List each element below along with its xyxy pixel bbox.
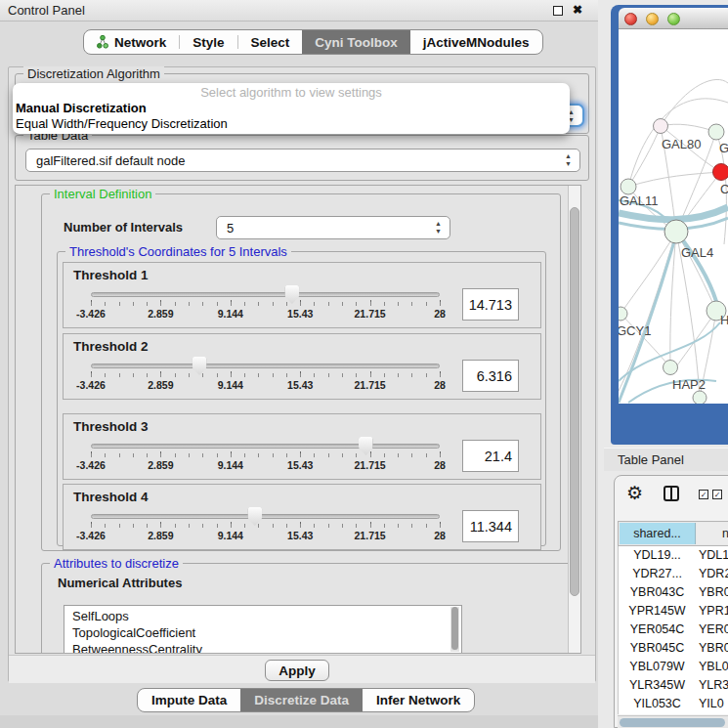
cell[interactable]: YPR145W bbox=[619, 602, 696, 621]
tab-jactivemnodules[interactable]: jActiveMNodules bbox=[410, 30, 542, 54]
tab-cyni-toolbox-label: Cyni Toolbox bbox=[315, 35, 398, 50]
tab-network[interactable]: Network bbox=[84, 30, 179, 54]
table-data-value: galFiltered.sif default node bbox=[36, 153, 185, 168]
table-row[interactable]: YIL053CYIL0 bbox=[619, 695, 728, 713]
node-red[interactable] bbox=[713, 164, 728, 181]
close-icon[interactable]: ✖ bbox=[573, 3, 582, 17]
thresholds-group: Threshold's Coordinates for 5 Intervals … bbox=[57, 251, 546, 546]
combo-arrows-icon: ▲▼ bbox=[564, 152, 573, 168]
tab-infer-network[interactable]: Infer Network bbox=[363, 689, 474, 711]
threshold-4-value-field[interactable]: 11.344 bbox=[462, 510, 519, 542]
table-horizontal-scrollbar[interactable] bbox=[618, 715, 728, 728]
tick-label: 2.859 bbox=[148, 308, 173, 320]
cell[interactable]: YBL0 bbox=[699, 658, 728, 676]
table-row[interactable]: YDR27...YDR2 bbox=[619, 565, 728, 583]
cell[interactable]: YIL0 bbox=[699, 695, 728, 713]
column-header-name[interactable]: n bbox=[697, 523, 728, 544]
table-data-combobox[interactable]: galFiltered.sif default node ▲▼ bbox=[25, 149, 580, 172]
cell[interactable]: YPR1 bbox=[699, 602, 728, 621]
column-header-shared-name[interactable]: shared... bbox=[620, 523, 696, 544]
attributes-list-scrollbar[interactable] bbox=[450, 607, 459, 652]
network-canvas[interactable]: GAL80 GA C GAL11 GAL4 GCY1 H HAP2 bbox=[619, 29, 728, 404]
cell[interactable]: YDL1 bbox=[699, 546, 728, 565]
table-row[interactable]: YER054CYER0 bbox=[619, 621, 728, 639]
cell[interactable]: YBR045C bbox=[619, 639, 696, 658]
apply-button[interactable]: Apply bbox=[265, 660, 329, 681]
threshold-3-slider[interactable] bbox=[91, 444, 440, 449]
table-row[interactable]: YLR345WYLR3 bbox=[619, 676, 728, 695]
cell[interactable]: YBR043C bbox=[619, 583, 696, 602]
tab-impute-data[interactable]: Impute Data bbox=[138, 689, 240, 711]
tick-label: 2.859 bbox=[148, 459, 173, 471]
table-row[interactable]: YBR043CYBR0 bbox=[619, 583, 728, 602]
scrollbar-thumb[interactable] bbox=[570, 207, 579, 596]
threshold-4-slider[interactable] bbox=[91, 514, 440, 519]
tab-cyni-toolbox[interactable]: Cyni Toolbox bbox=[302, 30, 410, 54]
table-panel-titlebar: Table Panel bbox=[604, 448, 728, 471]
cell[interactable]: YDR2 bbox=[699, 565, 728, 583]
float-window-icon[interactable] bbox=[553, 6, 563, 16]
number-of-intervals-value: 5 bbox=[227, 221, 234, 236]
tab-style-label: Style bbox=[193, 35, 224, 50]
tab-impute-data-label: Impute Data bbox=[151, 693, 227, 707]
cell[interactable]: YBR0 bbox=[699, 583, 728, 602]
menu-item-manual-discretization[interactable]: Manual Discretization bbox=[16, 101, 147, 115]
cell[interactable]: YDR27... bbox=[619, 565, 696, 583]
cell[interactable]: YBR0 bbox=[699, 639, 728, 658]
tick-label: 15.43 bbox=[287, 379, 313, 391]
tick-label: 28 bbox=[434, 459, 446, 471]
checkbox-icon[interactable]: ✓ bbox=[699, 490, 708, 499]
node-partial-top-right[interactable] bbox=[708, 124, 724, 140]
node-gal11[interactable] bbox=[621, 179, 636, 194]
cell[interactable]: YDL19... bbox=[619, 546, 696, 565]
tab-infer-network-label: Infer Network bbox=[376, 693, 460, 707]
scrollbar-thumb[interactable] bbox=[620, 718, 725, 727]
settings-scrollpane: Interval Definition Number of Intervals … bbox=[15, 185, 581, 654]
tab-style[interactable]: Style bbox=[180, 30, 236, 54]
scrollbar-thumb[interactable] bbox=[451, 607, 458, 650]
node-partial-bottom[interactable] bbox=[693, 391, 707, 404]
settings-vertical-scrollbar[interactable] bbox=[568, 186, 580, 654]
close-traffic-light-icon[interactable] bbox=[624, 13, 637, 25]
tab-select[interactable]: Select bbox=[238, 30, 303, 54]
table-row[interactable]: YPR145WYPR1 bbox=[619, 602, 728, 621]
node-gcy1[interactable] bbox=[619, 307, 627, 321]
split-columns-icon[interactable] bbox=[664, 486, 679, 501]
cell[interactable]: YER054C bbox=[619, 621, 696, 639]
cell[interactable]: YER0 bbox=[699, 621, 728, 639]
node-gal4[interactable] bbox=[664, 220, 688, 243]
bottom-strip bbox=[0, 715, 598, 728]
table-row[interactable]: YBL079WYBL0 bbox=[619, 658, 728, 676]
zoom-traffic-light-icon[interactable] bbox=[667, 13, 680, 25]
cell[interactable]: YBL079W bbox=[619, 658, 696, 676]
tab-jactivemnodules-label: jActiveMNodules bbox=[423, 35, 530, 50]
tab-discretize-data[interactable]: Discretize Data bbox=[240, 689, 363, 711]
cell[interactable]: YLR3 bbox=[699, 676, 728, 695]
list-item[interactable]: TopologicalCoefficient bbox=[72, 624, 461, 641]
node-hap2[interactable] bbox=[664, 361, 678, 375]
threshold-1-value-field[interactable]: 14.713 bbox=[462, 288, 519, 321]
bottom-tabbar: Impute Data Discretize Data Infer Networ… bbox=[137, 688, 475, 712]
table-row[interactable]: YDL19...YDL1 bbox=[619, 546, 728, 565]
gear-icon[interactable]: ⚙ bbox=[626, 482, 643, 504]
threshold-3-label: Threshold 3 bbox=[73, 419, 149, 434]
threshold-1-slider[interactable] bbox=[91, 292, 440, 297]
list-item[interactable]: BetweennessCentrality bbox=[72, 641, 461, 654]
tick-label: 2.859 bbox=[148, 530, 173, 541]
tick-label: -3.426 bbox=[76, 379, 106, 391]
checkbox-icon[interactable]: ✓ bbox=[712, 490, 722, 499]
network-window-titlebar[interactable] bbox=[619, 8, 728, 29]
list-item[interactable]: SelfLoops bbox=[72, 608, 461, 624]
interval-definition-label: Interval Definition bbox=[50, 187, 155, 201]
threshold-2-value-field[interactable]: 6.316 bbox=[462, 360, 519, 392]
cell[interactable]: YIL053C bbox=[619, 695, 696, 713]
threshold-1-box: Threshold 1 -3.426 2.859 9.144 15.43 21.… bbox=[63, 262, 541, 328]
menu-item-equal-width-frequency[interactable]: Equal Width/Frequency Discretization bbox=[16, 116, 228, 131]
threshold-3-value-field[interactable]: 21.4 bbox=[462, 440, 519, 472]
node-gal80[interactable] bbox=[654, 119, 668, 134]
table-row[interactable]: YBR045CYBR0 bbox=[619, 639, 728, 658]
number-of-intervals-combobox[interactable]: 5 ▲▼ bbox=[216, 216, 450, 239]
cell[interactable]: YLR345W bbox=[619, 676, 696, 695]
threshold-2-slider[interactable] bbox=[91, 364, 440, 368]
minimize-traffic-light-icon[interactable] bbox=[646, 13, 659, 25]
